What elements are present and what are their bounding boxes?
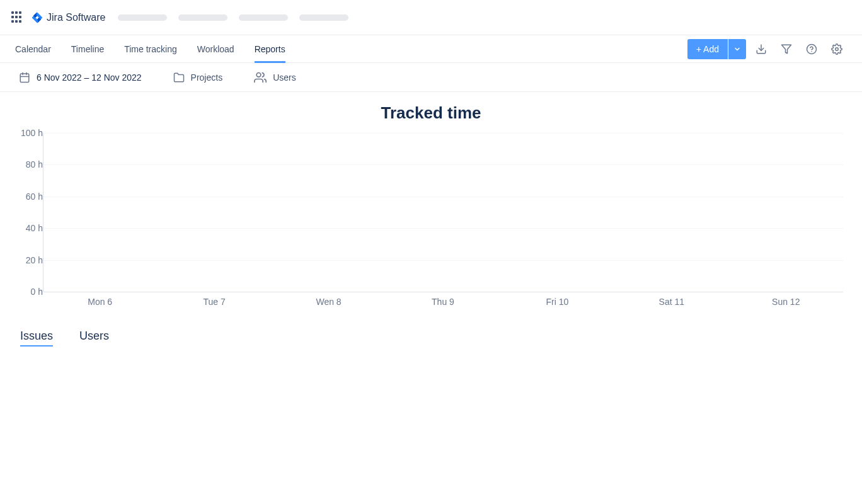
tab-workload[interactable]: Workload	[197, 35, 234, 62]
download-button[interactable]	[751, 39, 771, 59]
x-tick: Fri 10	[500, 297, 614, 307]
y-tick: 100 h	[11, 128, 43, 138]
y-tick: 0 h	[11, 287, 43, 297]
y-tick: 80 h	[11, 159, 43, 169]
app-name: Jira Software	[47, 12, 105, 23]
x-tick: Sun 12	[729, 297, 843, 307]
x-tick: Tue 7	[157, 297, 271, 307]
chart-section: Tracked time 100 h 80 h 60 h 40 h 20 h 0…	[0, 92, 862, 307]
nav-placeholder	[118, 14, 167, 21]
chart-plot	[43, 133, 843, 292]
app-switcher-icon[interactable]	[10, 10, 25, 25]
help-button[interactable]	[802, 39, 822, 59]
projects-filter[interactable]: Projects	[173, 72, 223, 83]
users-icon	[254, 71, 267, 84]
filter-icon	[781, 43, 792, 55]
nav-placeholder	[239, 14, 288, 21]
add-dropdown-button[interactable]	[728, 39, 746, 59]
gear-icon	[831, 43, 842, 55]
tab-calendar[interactable]: Calendar	[15, 35, 51, 62]
y-tick: 40 h	[11, 223, 43, 233]
projects-filter-label: Projects	[191, 72, 223, 83]
download-icon	[756, 43, 767, 55]
global-header: Jira Software	[0, 0, 862, 35]
chart-title: Tracked time	[0, 103, 862, 123]
detail-tab-issues[interactable]: Issues	[20, 329, 53, 346]
svg-point-4	[836, 47, 839, 50]
svg-marker-1	[782, 45, 791, 54]
add-button[interactable]: + Add	[687, 39, 728, 59]
tab-reports[interactable]: Reports	[255, 35, 285, 62]
nav-placeholder	[178, 14, 227, 21]
calendar-icon	[19, 72, 30, 83]
jira-icon	[32, 12, 43, 23]
filter-bar: 6 Nov 2022 – 12 Nov 2022 Projects Users	[0, 63, 862, 92]
x-tick: Wen 8	[272, 297, 386, 307]
x-tick: Sat 11	[614, 297, 728, 307]
add-button-group: + Add	[687, 39, 746, 59]
detail-tab-users[interactable]: Users	[79, 329, 109, 346]
date-range-text: 6 Nov 2022 – 12 Nov 2022	[37, 72, 142, 83]
x-tick: Mon 6	[43, 297, 157, 307]
date-range-picker[interactable]: 6 Nov 2022 – 12 Nov 2022	[19, 72, 142, 83]
chart-plot-area: 100 h 80 h 60 h 40 h 20 h 0 h	[19, 127, 843, 292]
section-nav: Calendar Timeline Time tracking Workload…	[0, 35, 862, 63]
svg-rect-5	[20, 74, 29, 83]
users-filter[interactable]: Users	[254, 71, 296, 84]
chevron-down-icon	[733, 45, 741, 53]
chart-y-axis: 100 h 80 h 60 h 40 h 20 h 0 h	[19, 133, 43, 292]
tab-time-tracking[interactable]: Time tracking	[124, 35, 177, 62]
y-tick: 20 h	[11, 255, 43, 265]
y-tick: 60 h	[11, 192, 43, 202]
settings-button[interactable]	[827, 39, 847, 59]
chart-x-axis: Mon 6 Tue 7 Wen 8 Thu 9 Fri 10 Sat 11 Su…	[43, 297, 843, 307]
help-icon	[806, 43, 817, 55]
section-tabs: Calendar Timeline Time tracking Workload…	[15, 35, 285, 62]
folder-icon	[173, 72, 185, 83]
x-tick: Thu 9	[386, 297, 500, 307]
nav-placeholder	[299, 14, 348, 21]
svg-point-9	[256, 72, 261, 77]
detail-tabs: Issues Users	[0, 307, 862, 346]
filter-button[interactable]	[776, 39, 796, 59]
users-filter-label: Users	[273, 72, 296, 83]
tab-timeline[interactable]: Timeline	[71, 35, 104, 62]
nav-placeholder-group	[118, 14, 348, 21]
jira-logo[interactable]: Jira Software	[32, 12, 105, 23]
